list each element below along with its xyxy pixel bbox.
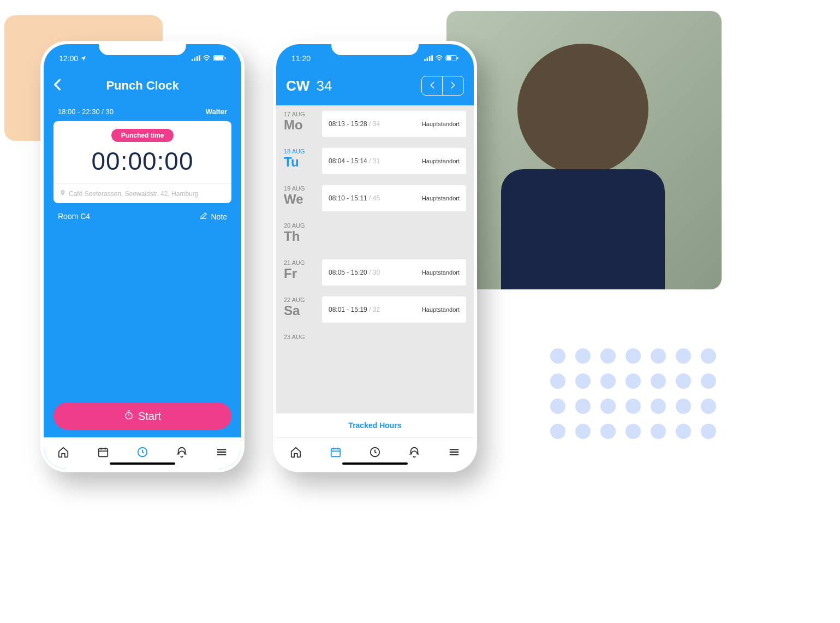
location-label: Hauptstandort (422, 306, 460, 313)
svg-rect-17 (331, 448, 340, 456)
day-card[interactable]: 08:04 - 15:14 / 31Hauptstandort (322, 148, 466, 174)
nav-home-icon[interactable] (290, 446, 302, 461)
nav-calendar-icon[interactable] (330, 446, 342, 461)
day-row: 21 AUGFr08:05 - 15:20 / 30Hauptstandort (276, 254, 474, 291)
day-card[interactable]: 08:10 - 15:11 / 45Hauptstandort (322, 185, 466, 211)
cw-label: CW (286, 78, 309, 94)
svg-rect-16 (457, 57, 458, 60)
day-date: 17 AUG (284, 111, 315, 117)
week-list: 17 AUGMo08:13 - 15:28 / 34Hauptstandort1… (276, 105, 474, 413)
day-card (322, 334, 466, 360)
time-range: 08:13 - 15:28 (329, 120, 369, 128)
status-time: 12:00 (59, 54, 78, 63)
shift-info: 18:00 - 22:30 / 30 Waiter (44, 105, 241, 121)
punched-badge: Punched time (111, 129, 174, 142)
page-title: Punch Clock (106, 79, 178, 93)
phone-week-view: 11:20 CW 34 17 AUGMo08:13 - 15:28 / 34Ha… (273, 41, 477, 472)
person-photo (446, 11, 722, 289)
svg-rect-0 (192, 59, 193, 61)
day-card[interactable]: 08:05 - 15:20 / 30Hauptstandort (322, 259, 466, 286)
prev-week-button[interactable] (422, 76, 443, 95)
svg-rect-3 (199, 55, 200, 61)
note-label: Note (211, 212, 227, 221)
svg-rect-10 (424, 59, 426, 61)
day-short: Sa (284, 303, 315, 318)
location-label: Hauptstandort (422, 195, 460, 201)
time-range: 08:01 - 15:19 (329, 306, 369, 313)
day-short: We (284, 192, 315, 207)
nav-menu-icon[interactable] (216, 446, 228, 461)
day-row: 18 AUGTu08:04 - 15:14 / 31Hauptstandort (276, 143, 474, 180)
status-time: 11:20 (291, 54, 311, 63)
signal-icon (192, 54, 200, 63)
nav-home-icon[interactable] (57, 446, 69, 461)
break-duration: / 34 (369, 120, 380, 128)
cw-number: 34 (316, 78, 332, 94)
battery-icon (213, 54, 226, 63)
nav-clock-icon[interactable] (369, 446, 381, 461)
day-short: Tu (284, 155, 315, 170)
time-range: 08:05 - 15:20 (329, 269, 369, 276)
timer-display: 00:00:00 (53, 142, 231, 183)
svg-rect-12 (429, 56, 431, 61)
nav-bell-icon[interactable] (408, 446, 420, 461)
day-date: 21 AUG (284, 259, 315, 266)
location-row: Café Seeterassen, Seewaldstr. 42, Hambur… (53, 183, 231, 203)
day-short: Fr (284, 266, 315, 281)
nav-clock-icon[interactable] (136, 446, 148, 461)
nav-menu-icon[interactable] (448, 446, 460, 461)
location-text: Café Seeterassen, Seewaldstr. 42, Hambur… (69, 190, 198, 198)
day-row: 22 AUGSa08:01 - 15:19 / 32Hauptstandort (276, 291, 474, 328)
break-duration: / 32 (369, 306, 380, 313)
day-date: 19 AUG (284, 185, 315, 192)
day-card[interactable]: 08:13 - 15:28 / 34Hauptstandort (322, 111, 466, 137)
back-button[interactable] (53, 78, 61, 94)
wifi-icon (202, 54, 211, 63)
location-label: Hauptstandort (422, 121, 460, 127)
break-duration: / 45 (369, 194, 380, 202)
day-row: 20 AUGTh (276, 217, 474, 254)
note-button[interactable]: Note (200, 212, 227, 221)
phone-punch-clock: 12:00 Punch Clock 18:00 - 22:30 / 30 Wai… (40, 41, 245, 472)
day-row: 19 AUGWe08:10 - 15:11 / 45Hauptstandort (276, 180, 474, 217)
role-label: Waiter (206, 108, 227, 116)
svg-rect-6 (225, 57, 226, 60)
svg-rect-15 (446, 56, 451, 60)
day-date: 23 AUG (284, 334, 315, 340)
svg-rect-1 (194, 58, 195, 61)
tracked-hours-button[interactable]: Tracked Hours (276, 413, 474, 437)
day-card[interactable]: 08:01 - 15:19 / 32Hauptstandort (322, 296, 466, 323)
day-short: Mo (284, 117, 315, 133)
nav-bell-icon[interactable] (176, 446, 188, 461)
nav-calendar-icon[interactable] (97, 446, 109, 461)
break-duration: / 30 (369, 269, 380, 276)
pencil-icon (200, 212, 207, 221)
decorative-dots (550, 348, 716, 439)
time-range: 08:04 - 15:14 (329, 157, 369, 165)
location-arrow-icon (80, 54, 86, 63)
battery-icon (445, 54, 458, 63)
room-label: Room C4 (58, 212, 90, 221)
svg-rect-2 (196, 56, 198, 61)
home-indicator (342, 462, 408, 465)
next-week-button[interactable] (443, 76, 463, 95)
pin-icon (60, 189, 65, 198)
signal-icon (424, 54, 433, 63)
svg-rect-5 (214, 56, 223, 60)
wifi-icon (435, 54, 443, 63)
day-date: 22 AUG (284, 296, 315, 303)
day-row: 17 AUGMo08:13 - 15:28 / 34Hauptstandort (276, 105, 474, 143)
day-row: 23 AUG (276, 328, 474, 365)
stopwatch-icon (124, 410, 134, 423)
day-short: Th (284, 229, 315, 244)
svg-rect-11 (426, 58, 428, 61)
timer-card: Punched time 00:00:00 Café Seeterassen, … (53, 121, 231, 203)
home-indicator (110, 462, 175, 465)
day-date: 20 AUG (284, 222, 315, 229)
day-date: 18 AUG (284, 148, 315, 155)
time-range: 08:10 - 15:11 (329, 194, 369, 202)
start-button[interactable]: Start (53, 402, 231, 430)
day-card (322, 222, 466, 248)
week-nav (421, 76, 464, 96)
shift-time: 18:00 - 22:30 / 30 (58, 108, 114, 116)
